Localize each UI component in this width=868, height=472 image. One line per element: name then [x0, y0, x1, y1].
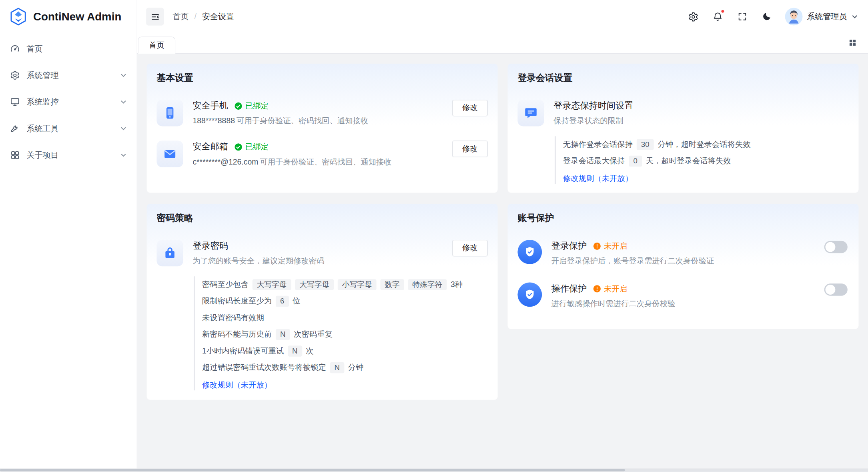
gear-icon — [10, 70, 20, 80]
app-title: ContiNew Admin — [33, 10, 121, 23]
sidebar: ContiNew Admin 首页 — [0, 0, 137, 472]
chevron-down-icon — [852, 13, 858, 20]
toggle-knob — [825, 242, 835, 252]
rule-retry: 1小时内密码错误可重试 N 次 — [202, 343, 488, 359]
chat-icon — [517, 100, 544, 126]
grid-icon — [848, 38, 857, 47]
setting-label: 登录态保持时间设置 — [553, 100, 633, 112]
app-logo[interactable]: ContiNew Admin — [0, 0, 137, 33]
rule-value: N — [276, 329, 290, 340]
sidebar-item-system-management[interactable]: 系统管理 — [4, 64, 132, 86]
chevron-down-icon — [120, 125, 127, 132]
alert-circle-icon — [593, 242, 601, 250]
modify-email-button[interactable]: 修改 — [452, 141, 488, 157]
sidebar-menu: 首页 系统管理 — [0, 33, 137, 175]
login-password-row: 登录密码 为了您的账号安全，建议定期修改密码 修改 — [156, 240, 487, 266]
tab-bar: 首页 — [137, 33, 868, 54]
card-title: 登录会话设置 — [517, 72, 848, 84]
operation-protection-row: 操作保护 未开启 进行敏感操作时需进行二次身份校验 — [517, 282, 848, 309]
card-title: 基本设置 — [156, 72, 487, 84]
rule-tag: 数字 — [380, 279, 404, 290]
check-circle-icon — [234, 102, 243, 110]
tab-actions-button[interactable] — [846, 36, 859, 49]
setting-description: 为了您的账号安全，建议定期修改密码 — [192, 256, 324, 266]
status-text: 已绑定 — [245, 101, 269, 111]
dark-mode-button[interactable] — [757, 7, 776, 26]
security-phone-row: 安全手机 已绑定 188****8888可用于身份 — [156, 100, 487, 126]
modify-phone-button[interactable]: 修改 — [452, 100, 488, 116]
tab-home[interactable]: 首页 — [138, 36, 175, 54]
security-email-row: 安全邮箱 已绑定 c********@126.co — [156, 141, 487, 167]
scrollbar-thumb[interactable] — [0, 469, 625, 472]
mail-icon — [156, 141, 183, 167]
top-header: 首页 / 安全设置 — [137, 0, 868, 33]
phone-icon — [156, 100, 183, 126]
rule-lock: 超过错误密码重试次数账号将被锁定 N 分钟 — [202, 360, 488, 376]
modify-rules-link[interactable]: 修改规则（未开放） — [563, 174, 633, 184]
password-rules: 密码至少包含 大写字母 大写字母 小写字母 数字 特殊字符 3种 限制密码长度至… — [194, 276, 488, 390]
breadcrumb-separator: / — [194, 12, 197, 21]
modify-password-button[interactable]: 修改 — [452, 240, 488, 256]
setting-label: 登录保护 — [551, 240, 587, 252]
operation-protection-toggle[interactable] — [824, 283, 848, 295]
wrench-icon — [10, 123, 20, 133]
rule-password-contains: 密码至少包含 大写字母 大写字母 小写字母 数字 特殊字符 3种 — [202, 276, 488, 293]
usage-hint: 可用于身份验证、密码找回、通知接收 — [260, 157, 391, 166]
setting-description: 开启登录保护后，账号登录需进行二次身份验证 — [551, 256, 714, 266]
login-session-card: 登录会话设置 登录态保持时间设置 — [507, 64, 858, 193]
fullscreen-button[interactable] — [733, 7, 752, 26]
status-badge: 未开启 — [593, 241, 627, 251]
card-title: 密码策略 — [156, 212, 487, 224]
sidebar-item-label: 关于项目 — [26, 150, 58, 160]
account-protection-card: 账号保护 登录保护 — [507, 204, 858, 329]
logo-icon — [9, 7, 28, 26]
user-menu[interactable]: 系统管理员 — [785, 8, 858, 25]
sidebar-item-system-tools[interactable]: 系统工具 — [4, 117, 132, 139]
alert-circle-icon — [593, 285, 601, 293]
status-text: 未开启 — [604, 241, 627, 251]
email-address: c********@126.com — [192, 157, 258, 166]
setting-description: 188****8888可用于身份验证、密码找回、通知接收 — [192, 116, 368, 126]
login-protection-row: 登录保护 未开启 开启登录保护后，账号登录需进行二次身份验证 — [517, 240, 848, 266]
rule-max-duration: 登录会话最大保持 0 天，超时登录会话将失效 — [563, 153, 849, 169]
breadcrumb-current: 安全设置 — [202, 11, 234, 22]
sidebar-item-label: 首页 — [26, 44, 42, 54]
sidebar-item-label: 系统监控 — [26, 96, 58, 107]
status-badge: 已绑定 — [234, 101, 269, 111]
check-circle-icon — [234, 143, 243, 151]
status-text: 已绑定 — [245, 142, 269, 152]
password-policy-card: 密码策略 — [147, 204, 498, 400]
avatar — [785, 8, 802, 25]
basic-settings-card: 基本设置 安全手机 — [147, 64, 498, 193]
horizontal-scrollbar[interactable] — [0, 469, 868, 472]
rule-value: 0 — [629, 155, 642, 167]
modify-rules-link[interactable]: 修改规则（未开放） — [202, 380, 272, 390]
dashboard-icon — [10, 44, 20, 54]
rule-expiry: 未设置密码有效期 — [202, 309, 488, 326]
rule-value: 6 — [276, 295, 289, 307]
usage-hint: 可用于身份验证、密码找回、通知接收 — [237, 116, 368, 125]
sidebar-item-home[interactable]: 首页 — [4, 38, 132, 60]
apps-grid-icon — [10, 150, 20, 160]
shield-icon — [517, 282, 542, 307]
rule-history: 新密码不能与历史前 N 次密码重复 — [202, 326, 488, 343]
chevron-down-icon — [120, 72, 127, 79]
setting-label: 安全手机 — [192, 100, 228, 112]
chevron-down-icon — [120, 152, 127, 159]
gear-icon — [688, 11, 698, 22]
fullscreen-icon — [737, 12, 747, 22]
notification-dot — [720, 10, 724, 14]
setting-label: 安全邮箱 — [192, 141, 228, 153]
breadcrumb-home[interactable]: 首页 — [173, 11, 189, 22]
rule-value: 30 — [637, 139, 654, 150]
login-protection-toggle[interactable] — [824, 241, 848, 253]
settings-button[interactable] — [684, 7, 703, 26]
rule-idle-timeout: 无操作登录会话保持 30 分钟，超时登录会话将失效 — [563, 136, 849, 153]
sidebar-item-system-monitor[interactable]: 系统监控 — [4, 91, 132, 113]
notifications-button[interactable] — [708, 7, 727, 26]
rule-min-length: 限制密码长度至少为 6 位 — [202, 293, 488, 309]
sidebar-item-about-project[interactable]: 关于项目 — [4, 144, 132, 166]
menu-fold-button[interactable] — [146, 8, 164, 25]
card-title: 账号保护 — [517, 212, 848, 224]
moon-icon — [762, 12, 772, 22]
